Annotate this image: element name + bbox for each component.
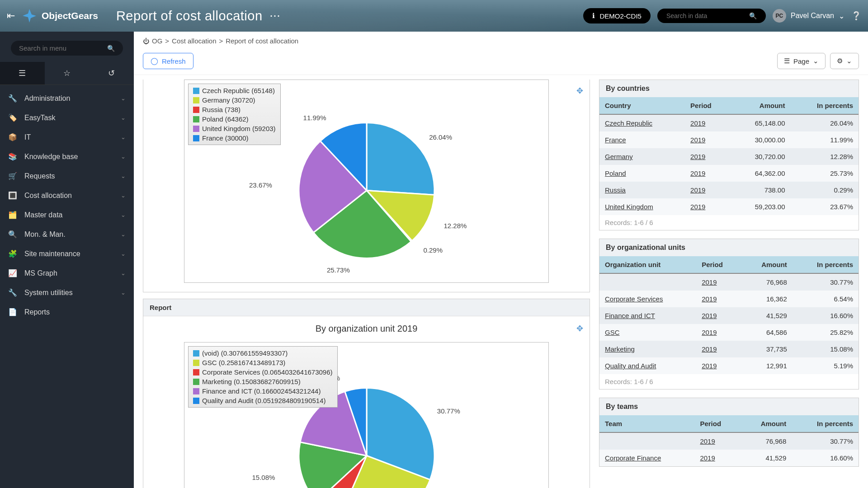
sidebar-item-icon: 📄 [8, 308, 19, 316]
sidebar-item[interactable]: 🔧Administration⌄ [0, 89, 134, 108]
column-header[interactable]: Amount [740, 415, 792, 432]
tab-favorites[interactable]: ☆ [45, 62, 90, 84]
column-header[interactable]: Organization unit [599, 256, 696, 273]
row-link: United Kingdom [605, 203, 653, 211]
column-header[interactable]: Team [599, 415, 694, 432]
period-link: 2019 [690, 169, 705, 177]
sidebar-item[interactable]: 🔍Mon. & Man.⌄ [0, 225, 134, 244]
sidebar-item[interactable]: 🏷️EasyTask⌄ [0, 108, 134, 127]
sidebar-item-label: Requests [24, 172, 55, 180]
move-handle-icon[interactable]: ✥ [576, 324, 583, 333]
sidebar-item[interactable]: 📈MS Graph⌄ [0, 263, 134, 283]
legend-label: GSC (0.258167413489173) [202, 358, 285, 367]
legend-swatch [193, 107, 199, 113]
chevron-down-icon: ⌄ [813, 57, 819, 65]
column-header[interactable]: Period [696, 256, 741, 273]
pie-slice-label: 25.73% [327, 266, 350, 273]
column-header[interactable]: Amount [731, 97, 790, 114]
sidebar-item-label: System utilities [24, 289, 73, 297]
table-row: United Kingdom201959,203.0023.67% [599, 198, 859, 215]
topbar: ⇤ ObjectGears Report of cost allocation … [0, 0, 868, 32]
row-link: Russia [605, 186, 626, 194]
row-link: Corporate Finance [605, 454, 661, 462]
period-link: 2019 [690, 153, 705, 160]
sidebar-item-icon: 🔧 [8, 94, 19, 103]
info-icon: ℹ [592, 12, 595, 20]
column-header[interactable]: In percents [793, 256, 859, 273]
column-header[interactable]: In percents [791, 97, 859, 114]
tab-menu[interactable]: ☰ [0, 62, 45, 84]
legend-swatch [193, 97, 199, 103]
table-countries: CountryPeriodAmountIn percentsCzech Repu… [599, 97, 859, 215]
pie-slice-label: 23.67% [249, 181, 272, 189]
column-header[interactable]: Period [694, 415, 740, 432]
table-row: Corporate Services201916,3626.54% [599, 291, 859, 307]
pie-slice-label: 11.99% [303, 113, 326, 121]
toolbar: ◯ Refresh ☰ Page ⌄ ⚙ ⌄ [134, 50, 868, 75]
records-summary: Records: 1-6 / 6 [599, 215, 859, 230]
breadcrumb-root[interactable]: OG [152, 37, 162, 45]
sidebar-item[interactable]: 🛒Requests⌄ [0, 166, 134, 186]
page-dropdown[interactable]: ☰ Page ⌄ [777, 53, 826, 69]
period-link: 2019 [702, 295, 717, 303]
sidebar-item[interactable]: 🔧System utilities⌄ [0, 283, 134, 302]
chevron-down-icon: ⌄ [121, 114, 126, 121]
refresh-icon: ◯ [151, 57, 158, 65]
sidebar-item[interactable]: 🔳Cost allocation⌄ [0, 186, 134, 205]
sidebar-item-icon: 🗂️ [8, 211, 19, 219]
sidebar-item[interactable]: 📄Reports [0, 302, 134, 322]
menu-search-input[interactable] [19, 44, 105, 52]
column-header[interactable]: In percents [792, 415, 859, 432]
menu-collapse-icon[interactable]: ⇤ [7, 10, 15, 22]
column-header[interactable]: Country [599, 97, 685, 114]
sidebar-item-label: MS Graph [24, 269, 57, 277]
search-icon[interactable]: 🔍 [749, 12, 757, 19]
sidebar-item[interactable]: 🗂️Master data⌄ [0, 205, 134, 225]
legend-label: Germany (30720) [202, 95, 255, 105]
chevron-down-icon: ⌄ [121, 289, 126, 296]
sidebar-item-label: Administration [24, 94, 70, 103]
settings-dropdown[interactable]: ⚙ ⌄ [830, 53, 859, 69]
sidebar-item-icon: 🔍 [8, 230, 19, 239]
refresh-button[interactable]: ◯ Refresh [143, 53, 193, 69]
gear-icon: ⚙ [837, 57, 843, 65]
search-input[interactable] [666, 12, 743, 19]
row-link: GSC [605, 328, 620, 336]
sidebar-item[interactable]: 📚Knowledge base⌄ [0, 147, 134, 166]
power-icon[interactable]: ⏻ [143, 38, 149, 45]
search-icon[interactable]: 🔍 [107, 45, 115, 52]
panel-teams: By teams TeamPeriodAmountIn percents2019… [599, 398, 859, 467]
pie-slice-label: 15.08% [252, 473, 275, 481]
column-header[interactable]: Amount [741, 256, 792, 273]
environment-pill[interactable]: ℹ DEMO2-CDI5 [583, 8, 651, 23]
page-title-more-icon[interactable]: ⋯ [269, 9, 281, 22]
sidebar-item-icon: 🏷️ [8, 113, 19, 122]
help-icon[interactable]: ❔ [851, 11, 861, 21]
table-row: Poland201964,362.0025.73% [599, 165, 859, 182]
sidebar-item[interactable]: 📦IT⌄ [0, 127, 134, 147]
legend-label: Czech Republic (65148) [202, 86, 275, 95]
tab-history[interactable]: ↺ [89, 62, 134, 84]
global-search[interactable]: 🔍 [657, 9, 766, 23]
row-link: Quality and Audit [605, 362, 656, 370]
legend-label: France (30000) [202, 133, 249, 143]
panel-title: By countries [599, 80, 859, 97]
brand-name: ObjectGears [42, 10, 98, 21]
user-menu[interactable]: PC Pavel Carvan ⌄ [773, 9, 844, 23]
legend-swatch [193, 350, 199, 357]
chevron-down-icon: ⌄ [121, 211, 126, 218]
menu-search[interactable]: 🔍 [11, 41, 123, 56]
breadcrumb-mid[interactable]: Cost allocation [172, 37, 216, 45]
chart-legend: Czech Republic (65148)Germany (30720)Rus… [188, 84, 281, 145]
row-link: Czech Republic [605, 119, 652, 127]
sidebar-item[interactable]: 🧩Site maintenance⌄ [0, 244, 134, 263]
move-handle-icon[interactable]: ✥ [576, 86, 583, 96]
sidebar-item-icon: 📦 [8, 133, 19, 141]
chevron-down-icon: ⌄ [121, 231, 126, 238]
table-row: 201976,96830.77% [599, 432, 859, 450]
table-orgunits: Organization unitPeriodAmountIn percents… [599, 256, 859, 374]
column-header[interactable]: Period [685, 97, 731, 114]
pie-slice-label: 12.28% [443, 221, 467, 229]
brand-logo[interactable]: ObjectGears [22, 8, 98, 23]
chevron-down-icon: ⌄ [846, 57, 852, 65]
